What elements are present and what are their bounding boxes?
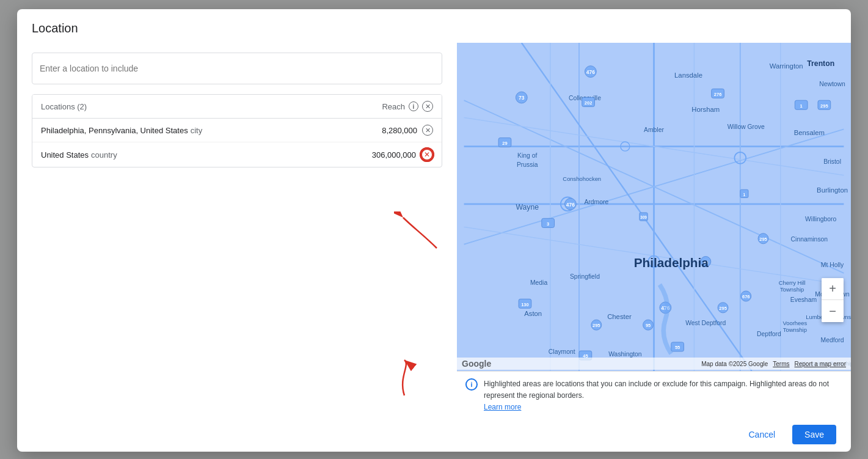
- svg-text:Lansdale: Lansdale: [674, 72, 702, 79]
- svg-text:295: 295: [759, 237, 767, 242]
- reach-header: Reach i ✕: [382, 101, 433, 112]
- svg-text:Township: Township: [783, 326, 807, 333]
- reach-label: Reach: [382, 102, 405, 111]
- svg-text:Willingboro: Willingboro: [805, 216, 836, 222]
- svg-text:Evesham: Evesham: [790, 296, 817, 303]
- left-panel: Locations (2) Reach i ✕ Philadelphia, Pe…: [17, 43, 457, 417]
- svg-text:Conshohocken: Conshohocken: [563, 175, 601, 182]
- svg-text:Medford: Medford: [821, 337, 844, 343]
- svg-text:1: 1: [800, 103, 803, 109]
- svg-text:Horsham: Horsham: [691, 106, 720, 113]
- map-container[interactable]: 73 476 476 476 295 295 295 95: [457, 43, 851, 371]
- location-type-1: country: [91, 150, 117, 160]
- location-reach-value-1: 306,000,000: [372, 150, 416, 160]
- location-search-input[interactable]: [40, 64, 434, 73]
- svg-text:1: 1: [743, 193, 746, 197]
- svg-text:Chester: Chester: [607, 313, 632, 320]
- svg-text:Wayne: Wayne: [516, 203, 539, 211]
- svg-text:Warrington: Warrington: [770, 62, 803, 70]
- svg-text:Media: Media: [530, 279, 547, 286]
- svg-text:29: 29: [502, 141, 507, 146]
- map-info-description: Highlighted areas are locations that you…: [484, 380, 829, 400]
- map-data-label: Map data ©2025 Google: [701, 361, 768, 367]
- svg-text:Bensalem: Bensalem: [794, 129, 825, 136]
- svg-text:295: 295: [719, 306, 727, 311]
- reach-info-icon[interactable]: i: [409, 101, 418, 111]
- locations-table: Locations (2) Reach i ✕ Philadelphia, Pe…: [32, 94, 442, 167]
- zoom-out-button[interactable]: −: [822, 300, 844, 322]
- svg-text:Ambler: Ambler: [644, 127, 664, 133]
- svg-text:Bristol: Bristol: [823, 158, 841, 165]
- close-all-icon[interactable]: ✕: [422, 101, 433, 112]
- map-zoom-controls: + −: [822, 278, 844, 322]
- svg-text:Ardmore: Ardmore: [584, 199, 608, 205]
- cancel-button[interactable]: Cancel: [739, 425, 785, 444]
- svg-text:Township: Township: [780, 286, 804, 293]
- svg-text:Philadelphia: Philadelphia: [634, 255, 709, 270]
- location-reach-1: 306,000,000 ✕: [372, 149, 433, 161]
- save-button[interactable]: Save: [792, 425, 836, 444]
- svg-text:Springfield: Springfield: [570, 273, 600, 280]
- remove-location-1[interactable]: ✕: [421, 149, 433, 161]
- svg-text:Mt Holly: Mt Holly: [821, 262, 844, 268]
- location-text-1: United States: [41, 150, 89, 160]
- zoom-in-button[interactable]: +: [822, 278, 844, 300]
- right-panel: 73 476 476 476 295 295 295 95: [457, 43, 851, 417]
- svg-text:West Deptford: West Deptford: [685, 320, 726, 326]
- map-info-icon: i: [465, 378, 478, 391]
- svg-text:3: 3: [547, 221, 549, 227]
- map-svg: 73 476 476 476 295 295 295 95: [457, 43, 851, 371]
- svg-text:Cherry Hill: Cherry Hill: [779, 279, 806, 286]
- location-reach-0: 8,280,000 ✕: [382, 125, 433, 136]
- svg-text:Claymont: Claymont: [549, 348, 575, 355]
- location-row-0: Philadelphia, Pennsylvania, United State…: [32, 119, 442, 142]
- location-text-0: Philadelphia, Pennsylvania, United State…: [41, 126, 188, 135]
- svg-text:Deptford: Deptford: [757, 331, 781, 337]
- modal-footer: Cancel Save: [17, 417, 851, 452]
- svg-text:202: 202: [585, 100, 593, 106]
- svg-text:55: 55: [675, 345, 680, 350]
- svg-text:276: 276: [714, 92, 722, 97]
- svg-text:Cinnaminson: Cinnaminson: [791, 236, 828, 243]
- svg-text:676: 676: [742, 294, 750, 299]
- svg-text:476: 476: [586, 69, 595, 75]
- location-name-0: Philadelphia, Pennsylvania, United State…: [41, 126, 202, 135]
- svg-text:King of: King of: [517, 152, 537, 159]
- svg-text:Burlington: Burlington: [817, 186, 848, 194]
- remove-location-0[interactable]: ✕: [422, 125, 433, 136]
- location-modal: Location Locations (2) Reach i ✕: [17, 9, 851, 452]
- location-name-1: United States country: [41, 150, 117, 160]
- arrow-annotation: [374, 359, 435, 408]
- locations-count-label: Locations (2): [41, 102, 87, 111]
- svg-text:Willow Grove: Willow Grove: [728, 123, 765, 130]
- map-info-text-wrapper: Highlighted areas are locations that you…: [484, 378, 842, 412]
- svg-text:Aston: Aston: [524, 310, 542, 318]
- learn-more-link[interactable]: Learn more: [484, 403, 521, 411]
- svg-text:Voorhees: Voorhees: [782, 320, 807, 326]
- modal-body: Locations (2) Reach i ✕ Philadelphia, Pe…: [17, 43, 851, 417]
- location-row-1: United States country 306,000,000 ✕: [32, 142, 442, 167]
- map-attribution: Google Map data ©2025 Google Terms Repor…: [457, 358, 851, 370]
- svg-text:295: 295: [820, 103, 828, 109]
- svg-text:295: 295: [593, 323, 600, 328]
- svg-text:95: 95: [646, 323, 651, 328]
- svg-text:Washington: Washington: [608, 351, 642, 358]
- report-link[interactable]: Report a map error: [795, 361, 846, 367]
- locations-table-header: Locations (2) Reach i ✕: [32, 95, 442, 119]
- location-reach-value-0: 8,280,000: [382, 126, 417, 135]
- svg-text:73: 73: [519, 95, 525, 101]
- location-type-0: city: [191, 126, 203, 135]
- svg-text:Newtown: Newtown: [819, 81, 845, 87]
- svg-text:309: 309: [640, 215, 647, 219]
- map-info-footer: i Highlighted areas are locations that y…: [457, 371, 851, 417]
- modal-title: Location: [32, 21, 78, 35]
- search-input-wrapper[interactable]: [32, 53, 442, 84]
- modal-header: Location: [17, 9, 851, 43]
- svg-text:130: 130: [521, 302, 529, 307]
- svg-text:Prussia: Prussia: [517, 161, 538, 168]
- svg-text:Trenton: Trenton: [807, 59, 834, 68]
- terms-link[interactable]: Terms: [773, 361, 789, 367]
- google-logo: Google: [462, 359, 491, 369]
- svg-text:476: 476: [566, 202, 575, 208]
